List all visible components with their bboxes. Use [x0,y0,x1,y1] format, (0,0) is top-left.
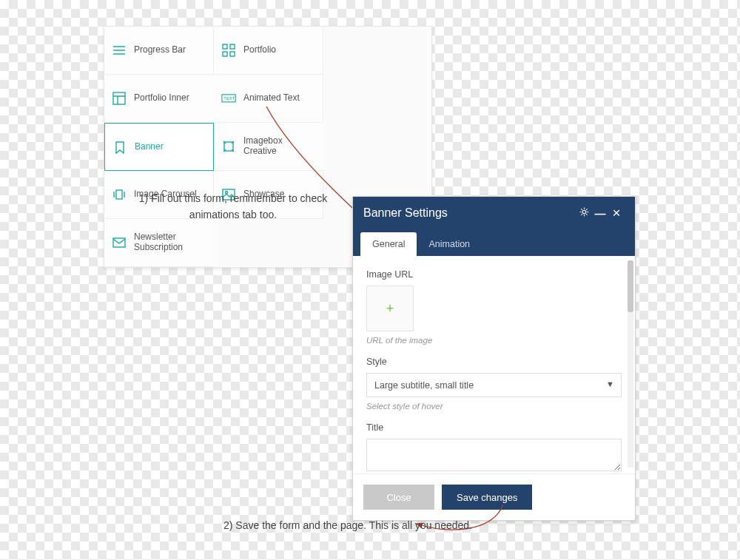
dialog-header[interactable]: Banner Settings — × [353,197,635,229]
module-label: Animated Text [243,93,300,104]
module-portfolio[interactable]: Portfolio [214,27,323,75]
image-picker[interactable]: + [366,286,414,331]
module-label: Newsletter Subscription [134,232,206,253]
instruction-step-1: 1) Fill out this form, remmember to chec… [122,191,344,223]
mail-icon [112,235,127,250]
style-select[interactable] [366,373,622,397]
plus-icon: + [386,301,394,317]
module-label: Banner [135,142,164,152]
module-label: Imagebox Creative [243,136,316,157]
svg-rect-8 [116,190,122,199]
module-label: Portfolio Inner [134,93,189,104]
svg-rect-4 [113,92,125,104]
svg-point-12 [582,210,586,214]
close-icon[interactable]: × [608,205,625,221]
scrollbar[interactable] [628,260,633,468]
module-label: Portfolio [243,45,276,55]
module-imagebox-creative[interactable]: Imagebox Creative [214,123,323,171]
module-label: Progress Bar [134,45,186,55]
hamburger-icon [112,43,127,58]
instruction-step-2: 2) Save the form and the page. This is a… [200,518,496,534]
close-button[interactable]: Close [363,485,434,510]
layout-icon [112,91,127,106]
help-style: Select style of hover [366,402,622,411]
tab-general[interactable]: General [360,232,417,256]
help-image-url: URL of the image [366,336,622,345]
crop-icon [221,139,236,154]
dialog-body: Image URL + URL of the image Style ▼ Sel… [353,256,635,473]
svg-rect-1 [230,44,235,49]
dialog-tabs: General Animation [353,229,635,256]
grid-icon [221,43,236,58]
module-banner[interactable]: Banner [104,123,214,171]
svg-rect-11 [113,238,125,247]
svg-rect-0 [223,44,227,49]
tab-animation[interactable]: Animation [417,232,482,256]
module-progress-bar[interactable]: Progress Bar [104,27,214,75]
module-portfolio-inner[interactable]: Portfolio Inner [104,75,214,123]
bookmark-icon [112,140,127,155]
label-title: Title [366,422,622,433]
dialog-footer: Close Save changes [353,473,635,520]
title-input[interactable] [366,439,622,471]
gear-icon[interactable] [576,206,592,220]
label-style: Style [366,357,622,367]
text-icon: TEXT [221,91,236,106]
svg-rect-2 [223,52,227,56]
minimize-icon[interactable]: — [592,207,608,220]
svg-rect-3 [230,52,235,56]
label-image-url: Image URL [366,269,622,280]
banner-settings-dialog: Banner Settings — × General Animation Im… [352,196,636,521]
module-animated-text[interactable]: TEXT Animated Text [214,75,323,123]
svg-text:TEXT: TEXT [223,96,235,101]
module-newsletter-subscription[interactable]: Newsletter Subscription [104,219,214,267]
dialog-title: Banner Settings [363,206,576,220]
save-changes-button[interactable]: Save changes [442,485,532,510]
